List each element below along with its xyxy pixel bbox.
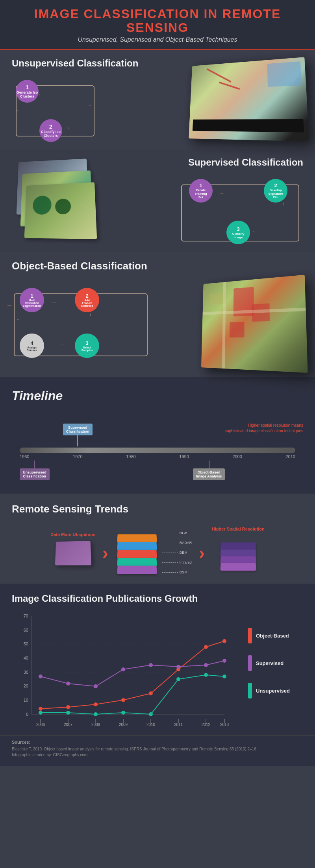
svg-point-40 [222,639,226,643]
svg-text:30: 30 [24,670,28,674]
supervised-flow: → ↓ ← 1 CreateTrainingSet 2 DevelopSigna… [181,173,303,244]
object-flow: → ↓ ← ↑ → 1 MultiResolutionSegmentation … [12,282,154,365]
object-section: Object-Based Classification → ↓ ← ↑ → 1 … [0,252,315,377]
trends-data-left: Data More Ubiquitous [50,532,95,565]
sources-text1: Blaschke T, 2010. Object based image ana… [12,746,303,752]
svg-point-37 [149,691,153,695]
svg-text:2013: 2013 [220,722,229,727]
timeline-event-unsupervised: UnsupervisedClassification [20,461,50,480]
svg-point-51 [94,712,98,716]
chevron-right-1: › [102,543,108,563]
timeline-section: Timeline Higher spatial resolution means… [0,377,315,494]
timeline-event-supervised: SupervisedClassification [63,424,93,446]
svg-point-39 [204,645,208,649]
chart-legend: Object-Based Supervised Unsupervised [240,612,303,698]
supervised-step2: 2 DevelopSignatureFile [264,179,287,203]
chart-section: Image Classification Publications Growth… [0,584,315,735]
chart-container: 0 10 20 30 40 50 60 70 | 2006 | 2007 | 2… [12,612,303,732]
svg-text:2012: 2012 [202,722,211,727]
svg-point-43 [94,684,98,688]
supervised-map [12,159,98,242]
page-subtitle: Unsupervised, Supervised and Object-Base… [8,36,307,43]
svg-point-44 [121,667,125,671]
legend-bar-unsupervised [248,683,252,698]
svg-text:60: 60 [24,628,28,632]
unsupervised-step1: 1 Generate Iso Clusters [16,80,39,103]
supervised-step3: 3 ClassifyImage [226,221,250,244]
timeline-title: Timeline [12,389,303,403]
svg-point-34 [66,705,70,709]
trends-content: Data More Ubiquitous › RGB [12,523,303,574]
svg-text:50: 50 [24,641,28,646]
svg-text:0: 0 [26,712,28,717]
svg-point-52 [121,711,125,715]
timeline-wrap: Higher spatial resolution means sophisti… [12,423,303,478]
object-title: Object-Based Classification [12,260,303,272]
legend-label-unsupervised: Unsupervised [256,688,290,694]
supervised-section: Supervised Classification → ↓ ← 1 Create… [0,149,315,252]
svg-point-42 [66,682,70,686]
svg-point-33 [39,707,43,711]
chart-area: 0 10 20 30 40 50 60 70 | 2006 | 2007 | 2… [12,612,240,732]
svg-text:2010: 2010 [146,722,156,727]
legend-object: Object-Based [248,628,303,643]
svg-point-47 [204,663,208,667]
unsupervised-section: Unsupervised Classification → ↓ ← ↑ 1 Ge… [0,50,315,149]
legend-supervised: Supervised [248,655,303,671]
svg-point-50 [66,711,70,715]
svg-point-48 [222,659,226,663]
sources-title: Sources: [12,740,303,745]
svg-point-41 [39,674,43,678]
legend-bar-supervised [248,655,252,671]
header: IMAGE CLASSIFICATION IN REMOTE SENSING U… [0,0,315,50]
timeline-years: 1960 1970 1980 1990 2000 2010 [20,454,295,459]
chevron-right-2: › [199,543,205,563]
object-step3: 3 SelectSamples [75,334,99,358]
svg-text:2009: 2009 [119,722,128,727]
unsupervised-flow: → ↓ ← ↑ 1 Generate Iso Clusters 2 Classi… [12,74,102,141]
supervised-step1: 1 CreateTrainingSet [189,179,213,203]
svg-text:70: 70 [24,614,28,618]
svg-point-49 [39,711,43,715]
svg-text:2007: 2007 [64,722,73,727]
unsupervised-step2: 2 Classify Iso Clusters [39,119,62,142]
timeline-note: Higher spatial resolution means sophisti… [224,423,303,434]
unsupervised-map [189,57,309,142]
trends-stacked-layers: RGB RADAR DEM Infrared DSM [115,531,192,574]
svg-point-36 [121,698,125,702]
svg-point-55 [204,673,208,677]
supervised-title: Supervised Classification [188,157,303,168]
svg-text:40: 40 [24,656,28,660]
trends-section: Remote Sensing Trends Data More Ubiquito… [0,494,315,584]
svg-point-35 [94,702,98,706]
trends-title: Remote Sensing Trends [12,503,303,515]
object-step4: 4 AssignClasses [20,334,44,358]
svg-text:2011: 2011 [174,722,183,727]
sources-section: Sources: Blaschke T, 2010. Object based … [0,735,315,766]
svg-text:2008: 2008 [91,722,100,727]
timeline-bar [20,448,295,453]
legend-bar-object [248,628,252,643]
object-content: → ↓ ← ↑ → 1 MultiResolutionSegmentation … [12,278,303,369]
sources-text2: Infographic created by: GISGeography.com [12,752,303,758]
svg-text:2006: 2006 [36,722,45,727]
object-step1: 1 MultiResolutionSegmentation [20,288,44,312]
legend-unsupervised: Unsupervised [248,683,303,698]
page-title: IMAGE CLASSIFICATION IN REMOTE SENSING [8,7,307,35]
chart-title: Image Classification Publications Growth [12,593,303,604]
svg-text:20: 20 [24,684,28,688]
svg-text:10: 10 [24,698,28,702]
object-step2: 2 AddFeatureStatistics [75,288,99,312]
trends-data-right: Higher Spatial Resolution [212,527,265,571]
supervised-flow-area: Supervised Classification → ↓ ← 1 Create… [106,157,303,244]
object-map [201,275,308,373]
svg-point-54 [176,677,180,681]
svg-point-46 [176,665,180,669]
unsupervised-title: Unsupervised Classification [12,58,138,69]
svg-point-56 [222,674,226,678]
svg-point-45 [149,663,153,667]
timeline-event-object: Object-BasedImage Analysis [193,461,225,480]
chart-svg: 0 10 20 30 40 50 60 70 | 2006 | 2007 | 2… [12,612,232,730]
legend-label-object: Object-Based [256,633,289,639]
legend-label-supervised: Supervised [256,660,284,666]
